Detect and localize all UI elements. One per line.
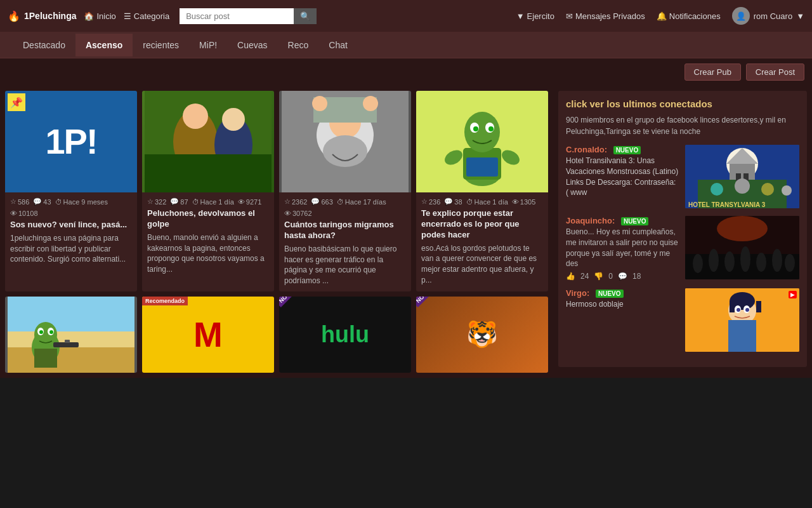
home-icon: 🏠 <box>84 11 94 21</box>
svg-point-57 <box>756 253 766 272</box>
clock-icon: ⏱ <box>55 198 62 206</box>
chat-user-1: C.ronaldo: NUEVO <box>566 145 680 154</box>
nav-categoria[interactable]: ☰ Categoria <box>124 11 169 21</box>
nav-inicio[interactable]: 🏠 Inicio <box>84 11 115 21</box>
user-menu[interactable]: 👤 rom Cuaro ▼ <box>732 7 804 25</box>
hulu-logo: hulu <box>279 297 411 373</box>
svg-point-54 <box>709 249 719 272</box>
avatar: 👤 <box>732 7 750 25</box>
search-button[interactable]: 🔍 <box>294 8 317 24</box>
tab-mip[interactable]: MiP! <box>189 34 227 57</box>
svg-point-4 <box>222 108 245 131</box>
svg-rect-27 <box>8 297 134 331</box>
connected-section: click ver los ultimos conectados 900 mie… <box>558 91 807 367</box>
nuevo-badge: NUEVO <box>613 146 641 154</box>
svg-point-12 <box>363 96 378 111</box>
chat-post-title-3: Hermoso doblaje <box>566 299 680 310</box>
posts-grid: 📌 1P! ☆586 💬43 ⏱Hace 9 meses 👁10108 Sos … <box>5 86 553 373</box>
thumbdown-icon: 👎 <box>594 272 603 281</box>
tab-destacado[interactable]: Destacado <box>13 34 75 57</box>
card-image <box>142 91 274 192</box>
tab-ascenso[interactable]: Ascenso <box>75 34 133 57</box>
chevron-down-icon: ▼ <box>796 11 804 21</box>
tab-cuevas[interactable]: Cuevas <box>227 34 277 57</box>
site-name: 1Peluchinga <box>24 11 76 21</box>
search-input[interactable] <box>180 8 294 24</box>
card-text: Bueno, manolo envió a alguien a kakearno… <box>147 232 269 275</box>
thumbup-icon: 👍 <box>566 272 575 281</box>
yt-badge: ▶ <box>789 291 797 298</box>
sticky-note-icon: 📌 <box>8 93 25 111</box>
crear-pub-button[interactable]: Crear Pub <box>684 64 741 81</box>
chat-thumb-3: ▶ <box>685 288 799 352</box>
nav-notificaciones[interactable]: 🔔 Notificaciones <box>657 11 721 21</box>
card-m[interactable]: M Recomendado <box>142 297 274 373</box>
card-stats: ☆322 💬87 ⏱Hace 1 día 👁9271 <box>147 197 269 206</box>
svg-point-53 <box>693 254 703 273</box>
card-text: Bueno basibásicam lo que quiero hacer es… <box>284 244 406 286</box>
svg-rect-35 <box>65 340 70 343</box>
svg-point-51 <box>717 216 768 241</box>
tab-recientes[interactable]: recientes <box>133 34 189 57</box>
card-title: Peluchones, devolvamos el golpe <box>147 208 269 230</box>
card-1p[interactable]: 📌 1P! ☆586 💬43 ⏱Hace 9 meses 👁10108 Sos … <box>5 91 137 291</box>
tabs-bar: Destacado Ascenso recientes MiP! Cuevas … <box>0 32 812 58</box>
card-pepe-gun[interactable] <box>5 297 137 373</box>
card-image-svg <box>416 91 548 192</box>
svg-rect-62 <box>728 320 756 352</box>
card-text: 1peluchinga es una página para escribir … <box>10 233 132 265</box>
main-content: 📌 1P! ☆586 💬43 ⏱Hace 9 meses 👁10108 Sos … <box>0 86 812 378</box>
chat-entry-3: Virgo: NUEVO Hermoso doblaje <box>566 288 799 352</box>
username: rom Cuaro <box>754 11 792 21</box>
bell-icon: 🔔 <box>657 11 667 21</box>
tab-reco[interactable]: Reco <box>278 34 319 57</box>
nav-mensajes[interactable]: ✉ Mensajes Privados <box>566 11 645 21</box>
site-logo[interactable]: 🔥 1Peluchinga <box>8 10 76 22</box>
user-icon: 👤 <box>736 11 746 21</box>
svg-text:HOTEL TRANSYLVANIA 3: HOTEL TRANSYLVANIA 3 <box>688 201 766 208</box>
chat-user-2: Joaquincho: NUEVO <box>566 216 680 225</box>
connected-desc: 900 miembros en el grupo de facebook lin… <box>566 114 799 137</box>
nav-ejercito[interactable]: ▼ Ejercito <box>516 11 554 21</box>
toolbar: Crear Pub Crear Post <box>0 58 812 86</box>
svg-point-47 <box>782 185 792 196</box>
svg-rect-41 <box>730 164 755 180</box>
crear-post-button[interactable]: Crear Post <box>746 64 804 81</box>
svg-point-59 <box>785 254 795 272</box>
connected-title[interactable]: click ver los ultimos conectados <box>566 98 799 109</box>
chat-msg-2: Bueno... Hoy es mi cumpleaños, me invita… <box>566 227 680 269</box>
card-text: eso.Acá los gordos pelotudos te van a qu… <box>421 243 543 286</box>
svg-point-45 <box>735 178 750 194</box>
svg-point-17 <box>464 112 500 152</box>
card-image <box>279 91 411 192</box>
search-container: 🔍 <box>180 8 317 24</box>
card-tiger[interactable]: 🐯 NOVEDAD <box>416 297 548 373</box>
nav-right: ▼ Ejercito ✉ Mensajes Privados 🔔 Notific… <box>516 7 804 25</box>
list-icon: ☰ <box>124 11 131 21</box>
chat-thumb-2 <box>685 216 799 279</box>
card-title: Cuántos taringos migramos hasta ahora? <box>284 220 406 241</box>
svg-point-32 <box>39 330 43 334</box>
svg-point-2 <box>183 104 208 129</box>
chat-entry-2: Joaquincho: NUEVO Bueno... Hoy es mi cum… <box>566 216 799 281</box>
card-hulu[interactable]: hulu NOVEDAD <box>279 297 411 373</box>
chat-thumb-1: HOTEL TRANSYLVANIA 3 <box>685 145 799 208</box>
card-image: M Recomendado <box>142 297 274 373</box>
svg-rect-65 <box>730 301 735 312</box>
card-peluchones[interactable]: ☆322 💬87 ⏱Hace 1 día 👁9271 Peluchones, d… <box>142 91 274 291</box>
svg-rect-34 <box>53 342 79 347</box>
card-image: hulu NOVEDAD <box>279 297 411 373</box>
card-cuantos[interactable]: ☆2362 💬663 ⏱Hace 17 días 👁30762 Cuántos … <box>279 91 411 291</box>
svg-rect-36 <box>34 349 57 368</box>
tiger-image: 🐯 <box>416 297 548 373</box>
card-stats: ☆236 💬38 ⏱Hace 1 día 👁1305 <box>421 197 543 206</box>
chat-entry-1: C.ronaldo: NUEVO Hotel Transilvania 3: U… <box>566 145 799 208</box>
svg-point-9 <box>323 135 367 167</box>
svg-point-69 <box>737 308 740 312</box>
card-encerrado[interactable]: ☆236 💬38 ⏱Hace 1 día 👁1305 Te explico po… <box>416 91 548 291</box>
card-title: Sos nuevo? vení lince, pasá... <box>10 220 132 231</box>
svg-rect-16 <box>466 157 498 177</box>
card-image: 🐯 NOVEDAD <box>416 297 548 373</box>
tab-chat[interactable]: Chat <box>318 34 358 57</box>
svg-point-55 <box>724 251 735 272</box>
